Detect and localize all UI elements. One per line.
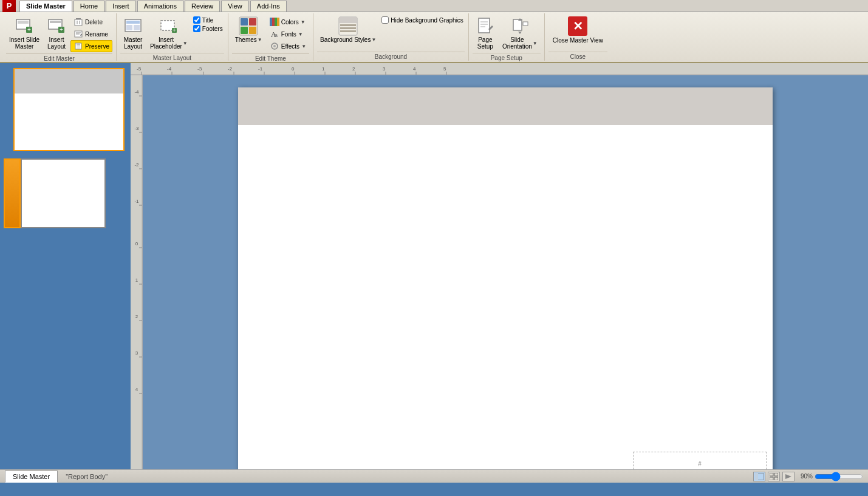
- tab-insert[interactable]: Insert: [106, 1, 136, 12]
- background-styles-button[interactable]: Background Styles ▼: [317, 15, 379, 45]
- svg-rect-32: [275, 18, 277, 26]
- slide-thumb-1-header: [15, 69, 123, 93]
- slide-thumb-1[interactable]: [13, 68, 125, 151]
- svg-text:-1: -1: [134, 199, 139, 204]
- colors-arrow: ▼: [301, 19, 306, 25]
- svg-text:-3: -3: [134, 126, 139, 131]
- page-setup-icon: [476, 16, 495, 36]
- small-btns-col: Delete Rename: [70, 15, 112, 52]
- svg-text:0: 0: [135, 241, 138, 246]
- fonts-label: Fonts: [281, 31, 296, 38]
- title-checkbox[interactable]: [193, 16, 200, 24]
- slide-canvas-hash: #: [698, 461, 702, 467]
- svg-rect-17: [77, 46, 80, 49]
- tab-add-ins[interactable]: Add-Ins: [250, 1, 287, 12]
- slide-show-button[interactable]: [782, 472, 795, 481]
- svg-rect-95: [770, 473, 773, 476]
- slide-thumb-2-orange[interactable]: [4, 158, 21, 228]
- fonts-arrow: ▼: [298, 32, 303, 37]
- insert-layout-icon: +: [47, 16, 66, 36]
- svg-rect-98: [774, 477, 778, 480]
- svg-text:-4: -4: [134, 89, 139, 95]
- slide-orientation-arrow: ▼: [533, 41, 538, 46]
- status-right: 90%: [753, 472, 863, 481]
- hide-bg-graphics-checkbox[interactable]: [381, 16, 389, 24]
- ribbon-group-page-setup: Page Setup Slide Orientation ▼: [469, 13, 545, 61]
- close-master-view-button[interactable]: ✕ Close Master View: [548, 15, 607, 46]
- svg-rect-48: [523, 22, 528, 25]
- app-logo: P: [2, 0, 16, 12]
- background-checks: Hide Background Graphics: [380, 15, 465, 27]
- background-content: Background Styles ▼ Hide Background Grap…: [317, 15, 465, 50]
- delete-button[interactable]: Delete: [70, 16, 112, 28]
- tab-slide-master[interactable]: Slide Master: [19, 1, 72, 12]
- svg-text:-4: -4: [167, 66, 172, 72]
- insert-layout-button[interactable]: + Insert Layout: [44, 15, 69, 52]
- slide-thumb-wrapper-1: 1: [4, 68, 127, 151]
- page-setup-button[interactable]: Page Setup: [473, 15, 498, 52]
- colors-button[interactable]: Colors ▼: [267, 16, 309, 28]
- canvas-area: -5 -4 -3 -2 -1 0 1 2 3 4 5: [131, 63, 868, 469]
- canvas-content-row: -4 -3 -2 -1 0 1 2 3 4: [131, 75, 868, 469]
- themes-label: Themes: [235, 36, 257, 43]
- svg-rect-31: [272, 18, 275, 26]
- svg-text:5: 5: [443, 66, 446, 72]
- rename-icon: [73, 29, 83, 39]
- normal-view-button[interactable]: [753, 472, 765, 481]
- page-setup-label: Page Setup: [477, 36, 493, 50]
- svg-text:+: +: [173, 27, 176, 33]
- insert-slide-master-label: Insert Slide Master: [9, 36, 39, 50]
- slide-canvas-wrapper: #: [143, 75, 868, 469]
- insert-placeholder-label: Insert Placeholder: [150, 36, 182, 50]
- slide-thumb-wrapper-2: [4, 156, 127, 228]
- master-layout-icon: [123, 16, 143, 36]
- footers-checkbox[interactable]: [193, 25, 200, 32]
- svg-text:-2: -2: [228, 66, 233, 72]
- insert-placeholder-icon: +: [159, 16, 179, 36]
- svg-rect-16: [77, 43, 80, 46]
- h-ruler: -5 -4 -3 -2 -1 0 1 2 3 4 5: [131, 63, 868, 75]
- ribbon-content: + Insert Slide Master +: [0, 12, 868, 62]
- fonts-icon: A a: [270, 29, 279, 39]
- zoom-slider[interactable]: [815, 472, 863, 481]
- svg-text:1: 1: [322, 66, 325, 72]
- tab-review[interactable]: Review: [185, 1, 220, 12]
- slide-thumb-2[interactable]: [21, 158, 106, 228]
- insert-slide-master-icon: +: [15, 16, 34, 36]
- status-tab-slide-master[interactable]: Slide Master: [5, 471, 58, 483]
- master-layout-button[interactable]: Master Layout: [120, 15, 146, 52]
- fonts-button[interactable]: A a Fonts ▼: [267, 28, 309, 40]
- effects-button[interactable]: Effects ▼: [267, 40, 309, 52]
- status-tab-report-body[interactable]: "Report Body": [58, 471, 115, 483]
- tab-home[interactable]: Home: [73, 1, 104, 12]
- tab-view[interactable]: View: [221, 1, 249, 12]
- insert-slide-master-button[interactable]: + Insert Slide Master: [6, 15, 43, 52]
- footers-checkbox-row[interactable]: Footers: [192, 24, 224, 33]
- footers-label: Footers: [202, 25, 223, 32]
- svg-rect-94: [755, 473, 758, 480]
- svg-text:3: 3: [383, 66, 386, 72]
- title-label: Title: [202, 17, 214, 24]
- ribbon-group-master-layout: Master Layout + Insert Placeholder ▼: [117, 13, 228, 61]
- preserve-button[interactable]: Preserve: [70, 40, 112, 52]
- slide-sorter-button[interactable]: [768, 472, 780, 481]
- slide-orientation-button[interactable]: Slide Orientation ▼: [499, 15, 541, 52]
- hide-bg-graphics-row[interactable]: Hide Background Graphics: [380, 16, 465, 24]
- tab-animations[interactable]: Animations: [137, 1, 183, 12]
- insert-placeholder-button[interactable]: + Insert Placeholder ▼: [147, 15, 191, 52]
- slide-panel: 1: [0, 63, 131, 469]
- hide-bg-graphics-label: Hide Background Graphics: [391, 17, 463, 24]
- slide-canvas[interactable]: #: [238, 87, 773, 469]
- svg-text:1: 1: [135, 277, 138, 283]
- close-master-view-label: Close Master View: [553, 37, 603, 44]
- status-bar: Slide Master "Report Body" 90%: [0, 469, 868, 483]
- svg-rect-73: [131, 75, 143, 469]
- v-ruler-svg: -4 -3 -2 -1 0 1 2 3 4: [131, 75, 143, 469]
- zoom-level: 90%: [801, 473, 813, 480]
- svg-rect-5: [50, 21, 61, 23]
- svg-rect-30: [270, 18, 272, 26]
- title-checkbox-row[interactable]: Title: [192, 16, 224, 24]
- themes-button[interactable]: Themes ▼: [232, 15, 265, 45]
- rename-button[interactable]: Rename: [70, 28, 112, 40]
- slide-orientation-icon: [510, 16, 530, 36]
